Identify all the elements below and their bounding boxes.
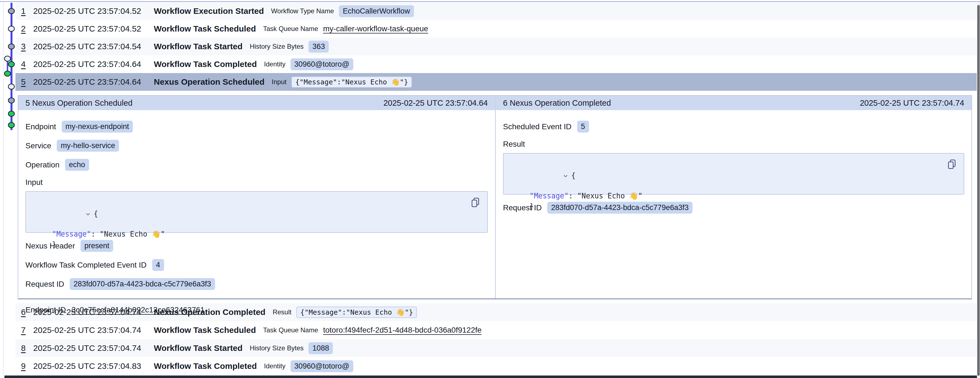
event-name: Workflow Task Completed bbox=[154, 59, 257, 69]
event-dot-started bbox=[8, 9, 14, 14]
event-dot-scheduled bbox=[5, 56, 11, 61]
event-timestamp: 2025-02-25 UTC 23:57:04.64 bbox=[33, 77, 154, 87]
event-attr-value: EchoCallerWorkflow bbox=[339, 5, 414, 17]
event-attr-label: Task Queue Name bbox=[263, 326, 318, 334]
json-close: } bbox=[530, 201, 534, 211]
top-divider bbox=[0, 1, 980, 2]
field-value: 5 bbox=[577, 121, 589, 132]
event-timestamp: 2025-02-25 UTC 23:57:04.64 bbox=[33, 59, 154, 69]
panel-field: Workflow Task Completed Event ID 4 bbox=[25, 259, 488, 271]
panel-title: 6 Nexus Operation Completed bbox=[503, 99, 611, 108]
event-row[interactable]: 2 2025-02-25 UTC 23:57:04.52 Workflow Ta… bbox=[16, 20, 977, 38]
event-row[interactable]: 4 2025-02-25 UTC 23:57:04.64 Workflow Ta… bbox=[16, 55, 977, 73]
field-label: Input bbox=[25, 178, 488, 187]
json-open: { bbox=[94, 209, 98, 219]
event-name: Workflow Task Completed bbox=[154, 361, 257, 371]
event-timestamp: 2025-02-25 UTC 23:57:04.54 bbox=[33, 42, 154, 51]
field-value: my-nexus-endpoint bbox=[62, 121, 133, 132]
panel-timestamp: 2025-02-25 UTC 23:57:04.74 bbox=[860, 99, 964, 108]
json-rest: : "Nexus Echo 👋" bbox=[569, 191, 643, 201]
field-value: 4 bbox=[152, 259, 164, 271]
panel-title: 5 Nexus Operation Scheduled bbox=[25, 99, 132, 108]
event-attr-value: 30960@totoro@ bbox=[291, 360, 353, 372]
event-number-link[interactable]: 5 bbox=[21, 77, 33, 87]
event-name: Workflow Task Started bbox=[154, 343, 243, 353]
panel-field: Endpoint ID 3c0c75ccfa8144b092c13ce63246… bbox=[25, 306, 488, 314]
panel-field: Endpoint my-nexus-endpoint bbox=[25, 121, 488, 132]
event-attr-value[interactable]: my-caller-workflow-task-queue bbox=[323, 24, 428, 33]
event-timestamp: 2025-02-25 UTC 23:57:04.83 bbox=[33, 361, 154, 371]
panel-body: Scheduled Event ID 5 Result { "Message":… bbox=[496, 110, 971, 214]
event-name: Workflow Task Scheduled bbox=[154, 24, 256, 33]
event-timestamp: 2025-02-25 UTC 23:57:04.52 bbox=[33, 24, 154, 33]
event-number-link[interactable]: 2 bbox=[21, 24, 33, 33]
event-row[interactable]: 1 2025-02-25 UTC 23:57:04.52 Workflow Ex… bbox=[16, 2, 977, 20]
field-label: Operation bbox=[25, 161, 59, 169]
json-close: } bbox=[52, 239, 56, 250]
json-key: "Message" bbox=[52, 229, 91, 239]
scrollbar-thumb[interactable] bbox=[977, 5, 980, 376]
next-row-edge[interactable] bbox=[5, 375, 980, 378]
event-history-view: 1 2025-02-25 UTC 23:57:04.52 Workflow Ex… bbox=[0, 0, 980, 378]
detail-panel-column: 5 Nexus Operation Scheduled 2025-02-25 U… bbox=[18, 96, 496, 298]
event-number-link[interactable]: 7 bbox=[21, 325, 33, 335]
event-attr-value: 30960@totoro@ bbox=[291, 58, 353, 70]
field-value-link[interactable]: 3c0c75ccfa8144b092c13ce632463761 bbox=[72, 306, 204, 314]
field-label: Scheduled Event ID bbox=[503, 122, 572, 131]
event-row[interactable]: 7 2025-02-25 UTC 23:57:04.74 Workflow Ta… bbox=[16, 321, 977, 339]
panel-body: Endpoint my-nexus-endpoint Service my-he… bbox=[18, 110, 495, 314]
detail-panel: 5 Nexus Operation Scheduled 2025-02-25 U… bbox=[18, 95, 972, 300]
event-row[interactable]: 9 2025-02-25 UTC 23:57:04.83 Workflow Ta… bbox=[16, 357, 977, 375]
event-number-link[interactable]: 4 bbox=[21, 59, 33, 69]
event-attr-label: Identity bbox=[264, 60, 285, 68]
field-label: Workflow Task Completed Event ID bbox=[25, 261, 146, 270]
field-label: Service bbox=[25, 141, 51, 150]
event-row[interactable]: 5 2025-02-25 UTC 23:57:04.64 Nexus Opera… bbox=[16, 73, 977, 91]
field-value: echo bbox=[65, 159, 89, 171]
timeline-graph bbox=[0, 0, 17, 133]
event-number-link[interactable]: 1 bbox=[21, 6, 33, 16]
field-label: Result bbox=[503, 140, 964, 148]
event-timestamp: 2025-02-25 UTC 23:57:04.74 bbox=[33, 343, 154, 353]
panel-header: 6 Nexus Operation Completed 2025-02-25 U… bbox=[496, 96, 971, 110]
json-key: "Message" bbox=[530, 191, 569, 201]
copy-button[interactable] bbox=[471, 197, 480, 208]
panel-header: 5 Nexus Operation Scheduled 2025-02-25 U… bbox=[18, 96, 495, 110]
panel-field: Service my-hello-service bbox=[25, 140, 488, 152]
panel-field: Scheduled Event ID 5 bbox=[503, 121, 964, 132]
panel-field: Operation echo bbox=[25, 159, 488, 171]
event-dot-scheduled bbox=[8, 26, 14, 32]
event-dot-completed bbox=[8, 111, 14, 116]
copy-button[interactable] bbox=[947, 159, 956, 170]
code-viewer: { "Message": "Nexus Echo 👋" } bbox=[503, 153, 964, 195]
event-dot-scheduled bbox=[8, 84, 14, 89]
event-attr-label: Workflow Type Name bbox=[271, 7, 334, 15]
event-dot-completed bbox=[5, 71, 11, 77]
event-name: Workflow Task Scheduled bbox=[154, 325, 256, 335]
event-attr-value: 1088 bbox=[309, 342, 333, 354]
event-timestamp: 2025-02-25 UTC 23:57:04.74 bbox=[33, 325, 154, 335]
event-name: Workflow Execution Started bbox=[154, 6, 264, 16]
event-name: Workflow Task Started bbox=[154, 42, 243, 51]
panel-field: Request ID 283fd070-d57a-4423-bdca-c5c77… bbox=[25, 278, 488, 290]
event-dot-completed bbox=[8, 123, 14, 128]
event-attr-label: Identity bbox=[264, 362, 285, 370]
event-number-link[interactable]: 3 bbox=[21, 42, 33, 51]
event-name: Nexus Operation Scheduled bbox=[154, 77, 264, 87]
event-dot-completed bbox=[8, 62, 14, 67]
field-value: 283fd070-d57a-4423-bdca-c5c779e6a3f3 bbox=[70, 278, 215, 290]
event-row[interactable]: 8 2025-02-25 UTC 23:57:04.74 Workflow Ta… bbox=[16, 339, 977, 357]
event-attr-value[interactable]: totoro:f494fecf-2d51-4d48-bdcd-036a0f912… bbox=[323, 326, 482, 335]
event-timestamp: 2025-02-25 UTC 23:57:04.52 bbox=[33, 6, 154, 16]
chevron-down-icon[interactable] bbox=[520, 160, 568, 191]
panel-field: Input { "Message": "Nexus Echo 👋" } bbox=[25, 178, 488, 233]
json-open: { bbox=[571, 171, 576, 181]
event-number-link[interactable]: 9 bbox=[21, 361, 33, 371]
field-label: Endpoint bbox=[25, 122, 56, 131]
event-row[interactable]: 3 2025-02-25 UTC 23:57:04.54 Workflow Ta… bbox=[16, 38, 977, 55]
event-attr-label: Input bbox=[272, 78, 286, 86]
chevron-down-icon[interactable] bbox=[42, 198, 91, 229]
field-label: Request ID bbox=[25, 280, 64, 289]
event-attr-label: History Size Bytes bbox=[250, 43, 304, 50]
event-number-link[interactable]: 8 bbox=[21, 343, 33, 353]
